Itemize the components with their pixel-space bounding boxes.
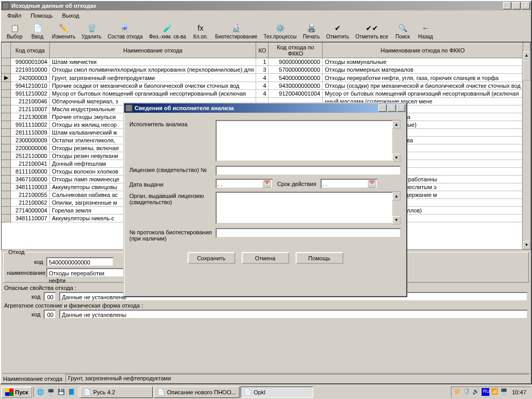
tool-icon: 🖨️ (306, 23, 316, 33)
issue-date-label: Дата выдачи (129, 180, 212, 188)
kod-label: код (7, 259, 43, 265)
license-input[interactable] (216, 166, 401, 176)
tray-icon[interactable]: 🔊 (472, 388, 480, 396)
state-kod[interactable]: 00 (44, 310, 56, 319)
cancel-button[interactable]: Отмена (242, 252, 289, 264)
close-button[interactable]: × (522, 2, 530, 9)
menu-exit[interactable]: Выход (58, 11, 84, 20)
task-button[interactable]: 📄Русь 4.2 (80, 387, 153, 398)
tray-icon[interactable]: 🛡️ (463, 388, 471, 396)
minimize-button[interactable]: _ (503, 2, 511, 9)
main-title: Исходные данные об отходах (11, 3, 503, 9)
save-icon[interactable]: 💾 (57, 388, 66, 397)
toolbar-печать[interactable]: 🖨️Печать (300, 22, 323, 41)
license-label: Лицензия (свидетельство) № (129, 166, 212, 173)
menubar: Файл Помощь Выход (1, 10, 531, 21)
toolbar-назад[interactable]: ←Назад (414, 22, 437, 41)
table-row[interactable]: 9941210010Прочие осадки от механической … (2, 82, 530, 90)
toolbar-ввод[interactable]: 📄Ввод (26, 22, 49, 41)
task-buttons: 📄Русь 4.2📄Описание нового ПНОО...📄Opkl (80, 387, 450, 398)
naim-field[interactable]: Отходы переработки нефти (46, 268, 124, 277)
save-button[interactable]: Сохранить (188, 252, 235, 264)
toolbar-отметить[interactable]: ✔Отметить (323, 22, 352, 41)
lang-indicator[interactable]: RU (482, 388, 489, 396)
statusbar: Наименование отхода Грунт, загрязненный … (2, 373, 530, 383)
app-icon[interactable]: 📘 (67, 388, 76, 397)
column-header[interactable]: Наименование отхода по ФККО (323, 43, 523, 58)
quick-launch: 🌐 🖥️ 💾 📘 (33, 388, 79, 397)
maximize-button[interactable]: □ (512, 2, 521, 9)
tool-icon: 📋 (9, 23, 20, 33)
org-input[interactable] (216, 192, 401, 224)
tray-icon[interactable]: 📶 (491, 388, 499, 396)
textarea-scroll-up[interactable]: ▲ (392, 192, 401, 201)
task-button[interactable]: 📄Opkl (241, 387, 313, 398)
tool-icon: ⚗️ (120, 23, 130, 33)
tray-icon[interactable]: 🖥️ (500, 388, 508, 396)
dialog-titlebar[interactable]: Сведения об исполнителе анализа _ □ × (124, 103, 406, 113)
kod-field[interactable]: 5400000000000 (46, 257, 114, 267)
executor-input[interactable] (216, 120, 401, 162)
table-row[interactable]: 9911210002Мусор от бытовых помещений орг… (2, 90, 530, 98)
system-tray: 🔆 🛡️ 🔊 RU 📶 🖥️ 10:47 (451, 387, 531, 398)
column-header[interactable]: КО (256, 43, 269, 58)
expiry-label: Срок действия (276, 181, 317, 187)
toolbar-кл-оп-[interactable]: fxКл.оп. (189, 22, 212, 41)
expiry-date-input[interactable]: . . 📅 (321, 179, 378, 189)
table-row[interactable]: 9900001004Шлам химчистки19000000000000От… (2, 58, 530, 66)
task-button[interactable]: 📄Описание нового ПНОО... (154, 387, 240, 398)
ie-icon[interactable]: 🌐 (36, 388, 45, 397)
clock[interactable]: 10:47 (510, 389, 528, 395)
calendar-icon[interactable]: 📅 (367, 180, 376, 188)
toolbar-отметить-все[interactable]: ✔✔Отметить все (352, 22, 391, 41)
toolbar-удалить[interactable]: 🗑️Удалить (78, 22, 104, 41)
toolbar-поиск[interactable]: 🔍Поиск (391, 22, 414, 41)
menu-file[interactable]: Файл (3, 11, 25, 20)
table-row[interactable]: 2219310000Отходы смол поливинилхлоридных… (2, 66, 530, 74)
task-icon: 📄 (84, 389, 91, 395)
start-button[interactable]: Пуск (1, 387, 32, 398)
windows-flag-icon (5, 389, 14, 396)
issue-date-input[interactable]: . . 📅 (216, 179, 273, 189)
tool-icon: ✔✔ (367, 23, 377, 33)
taskbar: Пуск 🌐 🖥️ 💾 📘 📄Русь 4.2📄Описание нового … (0, 384, 532, 399)
tool-icon: 🗑️ (86, 23, 97, 33)
column-header[interactable]: Код отхода по ФККО (269, 43, 323, 58)
menu-help[interactable]: Помощь (26, 11, 57, 20)
toolbar-тех-процессы[interactable]: ⚙️Тех.процессы (260, 22, 300, 41)
scroll-down-button[interactable]: ▼ (523, 241, 530, 249)
column-header[interactable]: Код отхода (11, 43, 50, 58)
textarea-scroll-down[interactable]: ▼ (392, 216, 401, 224)
task-icon: 📄 (244, 389, 251, 395)
tray-icon[interactable]: 🔆 (454, 388, 461, 396)
tool-icon: 📄 (32, 23, 43, 33)
toolbar-физ-хим-св-ва[interactable]: 🧪Физ.-хим. св-ва (146, 22, 189, 41)
danger-kod[interactable]: 00 (44, 292, 56, 301)
column-header[interactable]: Наименование отхода (49, 43, 256, 58)
task-icon: 📄 (157, 389, 165, 395)
textarea-scroll-up[interactable]: ▲ (392, 121, 401, 129)
toolbar: 📋Выбор📄Ввод✏️Изменить🗑️Удалить⚗️Состав о… (1, 21, 531, 42)
toolbar-биотестирование[interactable]: 🔬Биотестирование (212, 22, 260, 41)
scroll-up-button[interactable]: ▲ (523, 51, 530, 60)
calendar-icon[interactable]: 📅 (262, 180, 271, 188)
table-row[interactable]: ▶242000003Грунт, загрязненный нефтепроду… (2, 74, 530, 82)
org-label: Орган, выдавший лицензию (свидетельство) (129, 192, 212, 205)
dialog-close-button[interactable]: × (397, 104, 405, 112)
desktop-icon[interactable]: 🖥️ (46, 388, 56, 397)
scroll-thumb[interactable] (523, 60, 530, 81)
dialog-minimize-button[interactable]: _ (378, 104, 387, 112)
tool-icon: 🔬 (231, 23, 242, 33)
help-button[interactable]: Помощь (296, 252, 343, 264)
state-text[interactable]: Данные не установлены (59, 310, 528, 319)
vertical-scrollbar[interactable]: ▲ ▼ (522, 51, 530, 249)
toolbar-изменить[interactable]: ✏️Изменить (49, 22, 78, 41)
dialog-maximize-button[interactable]: □ (388, 104, 396, 112)
toolbar-состав-отхода[interactable]: ⚗️Состав отхода (104, 22, 145, 41)
tool-icon: 🧪 (162, 23, 172, 33)
tool-icon: 🔍 (397, 23, 408, 33)
toolbar-выбор[interactable]: 📋Выбор (3, 22, 26, 41)
proto-input[interactable] (216, 228, 401, 238)
naim-label: наименование (7, 270, 43, 276)
textarea-scroll-down[interactable]: ▼ (392, 154, 401, 162)
